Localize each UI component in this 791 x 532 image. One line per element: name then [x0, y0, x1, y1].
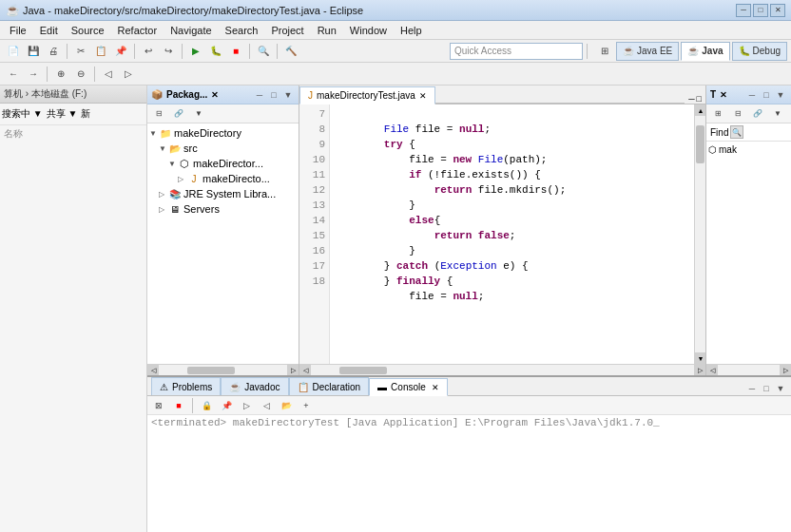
editor-vscrollbar[interactable]: ▲ ▼ — [694, 104, 705, 364]
print-button[interactable]: 🖨 — [44, 42, 63, 61]
tab-console[interactable]: ▬ Console ✕ — [369, 378, 448, 396]
menu-search[interactable]: Search — [220, 23, 264, 38]
quick-access-input[interactable]: Quick Access — [450, 43, 583, 60]
menu-source[interactable]: Source — [66, 23, 110, 38]
back-button[interactable]: ← — [4, 65, 23, 84]
forward-button[interactable]: → — [24, 65, 43, 84]
outline-tree-item[interactable]: ⬡ mak — [708, 143, 789, 156]
line-9: file = new File(path); — [334, 154, 547, 165]
tab-declaration[interactable]: 📋 Declaration — [289, 377, 370, 395]
vscroll-down[interactable]: ▼ — [695, 352, 705, 364]
tree-item-servers[interactable]: ▷ 🖥 Servers — [149, 201, 297, 217]
outline-hscrollbar[interactable]: ◁ ▷ — [706, 364, 791, 375]
console-scroll-lock[interactable]: 🔒 — [197, 396, 216, 415]
perspective-debug[interactable]: 🐛 Debug — [732, 42, 787, 61]
console-pin[interactable]: 📌 — [217, 396, 236, 415]
editor-scroll-right[interactable]: ▷ — [694, 365, 705, 376]
new-button[interactable]: 📄 — [4, 42, 23, 61]
outline-scroll-track[interactable] — [718, 367, 780, 374]
undo-button[interactable]: ↩ — [139, 42, 158, 61]
menu-edit[interactable]: Edit — [34, 23, 64, 38]
console-prev[interactable]: ◁ — [257, 396, 276, 415]
pkg-scroll-right[interactable]: ▷ — [287, 365, 299, 376]
menu-refactor[interactable]: Refactor — [112, 23, 164, 38]
editor-scroll-track[interactable] — [311, 367, 694, 374]
outline-btn4[interactable]: ▼ — [768, 104, 787, 124]
search-button[interactable]: 🔍 — [254, 42, 273, 61]
redo-button[interactable]: ↪ — [159, 42, 178, 61]
nav-button2[interactable]: ⊖ — [71, 65, 90, 84]
outline-btn2[interactable]: ⊟ — [728, 104, 747, 124]
outline-maximize[interactable]: □ — [760, 88, 773, 102]
tree-item-class[interactable]: ▷ J makeDirecto... — [149, 171, 297, 186]
pkg-hscrollbar[interactable]: ◁ ▷ — [147, 364, 299, 375]
copy-button[interactable]: 📋 — [91, 42, 110, 61]
menu-navigate[interactable]: Navigate — [164, 23, 217, 38]
tab-javadoc[interactable]: ☕ Javadoc — [221, 377, 288, 395]
console-clear[interactable]: ⊠ — [149, 396, 168, 415]
vscroll-track[interactable] — [695, 116, 705, 352]
console-stop[interactable]: ■ — [169, 396, 188, 415]
run-button[interactable]: ▶ — [186, 42, 205, 61]
debug-button[interactable]: 🐛 — [206, 42, 225, 61]
prev-edit[interactable]: ◁ — [99, 65, 118, 84]
minimize-button[interactable]: ─ — [736, 4, 751, 17]
cut-button[interactable]: ✂ — [71, 42, 90, 61]
pkg-collapse[interactable]: ⊟ — [149, 104, 168, 124]
pkg-link[interactable]: 🔗 — [169, 104, 188, 124]
menu-file[interactable]: File — [4, 23, 32, 38]
code-editor[interactable]: File file = null; try { file = new File(… — [330, 104, 694, 364]
bottom-menu[interactable]: ▼ — [774, 382, 787, 395]
editor-tab-main[interactable]: J makeDirectoryTest.java ✕ — [299, 86, 435, 104]
perspective-javaee[interactable]: ☕ Java EE — [616, 42, 679, 61]
stop-button[interactable]: ■ — [226, 42, 245, 61]
next-edit[interactable]: ▷ — [119, 65, 138, 84]
outline-btn3[interactable]: 🔗 — [748, 104, 767, 124]
pkg-menu[interactable]: ▼ — [281, 88, 295, 102]
pkg-maximize[interactable]: □ — [267, 88, 280, 102]
pkg-scroll-left[interactable]: ◁ — [147, 365, 159, 376]
menu-help[interactable]: Help — [395, 23, 428, 38]
editor-max-icon[interactable]: □ — [697, 94, 702, 104]
arrow-class: ▷ — [178, 175, 187, 183]
tree-item-makedirectory[interactable]: ▼ 📁 makeDirectory — [149, 125, 297, 141]
bottom-maximize[interactable]: □ — [760, 382, 773, 395]
paste-button[interactable]: 📌 — [111, 42, 130, 61]
console-tab-close[interactable]: ✕ — [432, 383, 439, 392]
console-open[interactable]: 📂 — [277, 396, 296, 415]
outline-btn1[interactable]: ⊞ — [708, 104, 727, 124]
menu-project[interactable]: Project — [265, 23, 309, 38]
console-new[interactable]: + — [297, 396, 316, 415]
outline-scroll-right[interactable]: ▷ — [780, 365, 791, 376]
bottom-minimize[interactable]: ─ — [745, 382, 759, 395]
editor-scroll-left[interactable]: ◁ — [299, 365, 311, 376]
tree-item-pkg[interactable]: ▼ ⬡ makeDirector... — [149, 156, 297, 171]
pkg-scroll-track[interactable] — [159, 367, 287, 374]
build-button[interactable]: 🔨 — [281, 42, 300, 61]
outline-minimize[interactable]: ─ — [745, 88, 759, 102]
tab-problems[interactable]: ⚠ Problems — [151, 377, 221, 395]
tree-item-src[interactable]: ▼ 📂 src — [149, 141, 297, 156]
menu-window[interactable]: Window — [344, 23, 393, 38]
editor-hscrollbar[interactable]: ◁ ▷ — [299, 364, 705, 375]
declaration-icon: 📋 — [298, 382, 309, 392]
pkg-filter[interactable]: ▼ — [189, 104, 208, 124]
perspective-icon[interactable]: ⊞ — [595, 42, 614, 61]
console-next[interactable]: ▷ — [237, 396, 256, 415]
close-button[interactable]: ✕ — [770, 4, 785, 17]
vscroll-up[interactable]: ▲ — [695, 104, 705, 116]
editor-tab-close[interactable]: ✕ — [419, 91, 427, 101]
tree-item-jre[interactable]: ▷ 📚 JRE System Libra... — [149, 186, 297, 201]
perspective-java[interactable]: ☕ Java — [681, 42, 729, 61]
nav-button1[interactable]: ⊕ — [51, 65, 70, 84]
editor-min-icon[interactable]: ─ — [688, 94, 694, 104]
pkg-minimize[interactable]: ─ — [253, 88, 266, 102]
maximize-button[interactable]: □ — [753, 4, 768, 17]
outline-find-btn[interactable]: 🔍 — [730, 125, 743, 139]
outline-scroll-left[interactable]: ◁ — [706, 365, 718, 376]
title-bar: ☕ Java - makeDirectory/src/makeDirectory… — [0, 0, 791, 21]
pkg-explorer-title: Packag... — [166, 89, 207, 100]
save-button[interactable]: 💾 — [24, 42, 43, 61]
outline-menu[interactable]: ▼ — [774, 88, 787, 102]
menu-run[interactable]: Run — [312, 23, 342, 38]
